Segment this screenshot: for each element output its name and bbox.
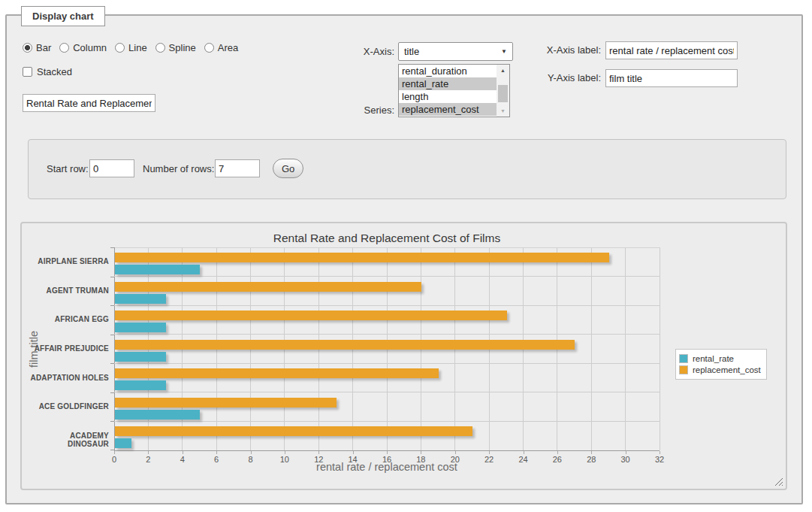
category-label: ACADEMY DINOSAUR [29,432,109,448]
y-tick-mark [110,421,114,422]
y-tick-mark [110,335,114,335]
radio-line[interactable] [115,43,125,53]
radio-column[interactable] [59,43,69,53]
legend-label: replacement_cost [693,365,761,374]
vertical-gridline [591,247,592,450]
scroll-down-icon[interactable]: ▼ [497,105,509,117]
y-tick-mark [110,247,114,248]
category-label: AIRPLANE SIERRA [29,257,109,265]
x-tick-mark [251,451,252,454]
start-row-input[interactable] [89,159,134,177]
radio-label: Line [128,42,147,53]
chart-title: Rental Rate and Replacement Cost of Film… [114,232,660,245]
y-tick-mark [110,363,114,364]
vertical-gridline [625,247,626,450]
fieldset-legend: Display chart [21,6,105,26]
x-tick-mark [557,451,558,454]
x-tick-mark [114,451,115,454]
x-tick-mark [285,451,285,454]
x-tick-mark [216,451,217,454]
bar-replacement_cost-airplane-sierra [115,253,609,262]
resize-handle-icon[interactable] [774,477,783,486]
x-tick-mark [318,451,319,454]
series-option-replacement_cost[interactable]: replacement_cost [399,103,497,116]
scrollbar-thumb[interactable] [498,85,508,102]
legend-label: rental_rate [693,354,734,363]
bar-replacement_cost-ace-goldfinger [115,398,337,407]
bar-rental_rate-adaptation-holes [115,380,166,390]
horizontal-gridline [114,305,660,306]
chart-title-input[interactable] [23,94,155,112]
legend-swatch-replacement_cost [679,365,688,374]
series-scrollbar[interactable]: ▲ ▼ [497,65,509,117]
bar-replacement_cost-african-egg [115,311,507,320]
radio-label: Area [218,42,238,53]
category-label: AGENT TRUMAN [29,286,109,295]
go-button[interactable]: Go [273,159,303,178]
horizontal-gridline [114,421,660,422]
scroll-up-icon[interactable]: ▲ [497,65,509,76]
x-tick-mark [148,451,149,454]
chart-type-radio-column[interactable]: Column [59,42,107,53]
legend-item-rental_rate: rental_rate [679,354,761,363]
number-of-rows-label: Number of rows: [143,163,214,174]
x-tick-mark [591,451,592,454]
x-axis-selected-value: title [404,46,419,57]
chart-type-radio-bar[interactable]: Bar [23,42,51,53]
stacked-checkbox[interactable] [23,67,32,77]
bar-rental_rate-ace-goldfinger [115,410,200,420]
start-row-label: Start row: [47,163,89,174]
chart-type-radio-line[interactable]: Line [115,42,147,53]
x-axis-select[interactable]: title ▼ [398,42,513,61]
chart-container: Rental Rate and Replacement Cost of Film… [20,222,787,490]
bar-rental_rate-african-egg [115,323,166,332]
x-axis-select-label: X-Axis: [319,46,394,57]
radio-area[interactable] [204,43,214,53]
bar-rental_rate-academy-dinosaur [115,438,131,448]
chart-type-radio-spline[interactable]: Spline [155,42,196,53]
radio-label: Bar [36,42,51,53]
x-axis-label-field-label: X-Axis label: [524,44,601,56]
x-tick-mark [626,451,626,454]
x-tick-mark [387,451,388,454]
bar-replacement_cost-adaptation-holes [115,368,439,378]
series-listbox[interactable]: rental_durationrental_ratelengthreplacem… [398,64,510,117]
y-tick-mark [110,392,114,393]
bar-replacement_cost-academy-dinosaur [115,426,472,436]
x-tick-mark [660,451,660,454]
radio-spline[interactable] [155,43,165,53]
category-label: ACE GOLDFINGER [29,402,109,411]
series-select-label: Series: [319,105,394,116]
series-option-length[interactable]: length [399,90,497,103]
x-tick-mark [524,451,524,454]
radio-label: Column [73,42,107,53]
x-tick-mark [183,451,183,454]
horizontal-gridline [114,276,660,277]
horizontal-gridline [114,334,660,335]
chart-legend: rental_ratereplacement_cost [675,349,767,380]
series-option-rental_rate[interactable]: rental_rate [399,77,497,90]
x-axis-label-input[interactable] [605,41,738,59]
bar-rental_rate-affair-prejudice [115,352,166,362]
horizontal-gridline [114,363,660,364]
radio-bar[interactable] [23,43,32,53]
x-tick-mark [489,451,490,454]
y-tick-mark [110,305,114,306]
radio-label: Spline [169,42,196,53]
x-tick-mark [455,451,456,454]
series-option-rental_duration[interactable]: rental_duration [399,65,497,77]
y-axis-label-field-label: Y-Axis label: [524,72,601,83]
row-range-panel [28,139,786,199]
vertical-gridline [660,247,660,450]
category-label: AFRICAN EGG [29,315,109,323]
y-tick-mark [110,277,114,277]
legend-swatch-rental_rate [679,354,688,363]
legend-item-replacement_cost: replacement_cost [679,365,761,374]
chart-x-axis-title: rental rate / replacement cost [114,461,660,473]
y-axis-label-input[interactable] [605,69,738,87]
category-label: AFFAIR PREJUDICE [29,344,109,353]
number-of-rows-input[interactable] [215,159,260,177]
category-label: ADAPTATION HOLES [29,374,109,382]
chart-type-radio-area[interactable]: Area [204,42,238,53]
stacked-checkbox-row: Stacked [23,66,72,77]
